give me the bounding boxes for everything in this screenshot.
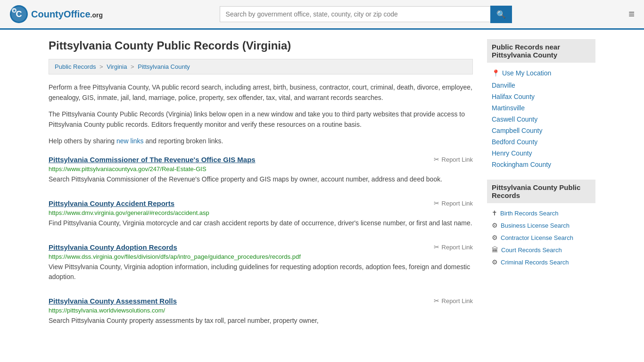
content-area: Pittsylvania County Public Records (Virg…	[49, 39, 473, 341]
description-2: The Pittsylvania County Public Records (…	[49, 109, 473, 130]
breadcrumb: Public Records > Virginia > Pittsylvania…	[49, 59, 473, 74]
logo-icon: C ★	[9, 5, 28, 24]
sidebar-record-birth[interactable]: ✝ Birth Records Search	[487, 207, 595, 219]
use-my-location-link[interactable]: Use My Location	[502, 69, 551, 77]
breadcrumb-county[interactable]: Pittsylvania County	[138, 63, 190, 70]
sidebar-record-court[interactable]: 🏛 Court Records Search	[487, 244, 595, 256]
breadcrumb-public-records[interactable]: Public Records	[55, 63, 96, 70]
record-url-3[interactable]: https://pittsylvania.worldviewsolutions.…	[49, 307, 473, 314]
record-desc-3: Search Pittsylvania County property asse…	[49, 316, 473, 326]
business-license-icon: ⚙	[492, 222, 498, 229]
sidebar-item-martinsville[interactable]: Martinsville	[487, 102, 595, 114]
sidebar-item-bedford[interactable]: Bedford County	[487, 136, 595, 148]
record-entry-1: Pittsylvania County Accident Reports ✂ R…	[49, 199, 473, 232]
svg-text:C: C	[16, 9, 22, 19]
sidebar-item-rockingham[interactable]: Rockingham County	[487, 159, 595, 170]
record-title-2[interactable]: Pittsylvania County Adoption Records	[49, 243, 177, 251]
record-entry-2: Pittsylvania County Adoption Records ✂ R…	[49, 243, 473, 286]
record-title-1[interactable]: Pittsylvania County Accident Reports	[49, 199, 174, 207]
sidebar-item-danville[interactable]: Danville	[487, 80, 595, 91]
breadcrumb-virginia[interactable]: Virginia	[107, 63, 127, 70]
new-links-link[interactable]: new links	[116, 137, 144, 145]
sidebar-record-contractor[interactable]: ⚙ Contractor License Search	[487, 231, 595, 244]
description-1: Perform a free Pittsylvania County, VA p…	[49, 82, 473, 103]
search-area: 🔍	[220, 6, 512, 23]
report-icon-1: ✂	[434, 199, 439, 207]
record-entry-0: Pittsylvania Commissioner of The Revenue…	[49, 156, 473, 188]
menu-icon[interactable]: ≡	[628, 8, 635, 20]
report-link-2[interactable]: ✂ Report Link	[434, 243, 473, 251]
sidebar-item-campbell[interactable]: Campbell County	[487, 125, 595, 136]
record-desc-2: View Pittsylvania County, Virginia adopt…	[49, 262, 473, 282]
report-icon-0: ✂	[434, 156, 439, 163]
sidebar-item-henry[interactable]: Henry County	[487, 148, 595, 159]
record-url-1[interactable]: https://www.dmv.virginia.gov/general/#re…	[49, 209, 473, 216]
report-link-0[interactable]: ✂ Report Link	[434, 156, 473, 163]
record-title-0[interactable]: Pittsylvania Commissioner of The Revenue…	[49, 156, 256, 164]
sidebar-record-business[interactable]: ⚙ Business License Search	[487, 219, 595, 231]
sidebar: Public Records near Pittsylvania County …	[487, 39, 595, 341]
help-text: Help others by sharing new links and rep…	[49, 136, 473, 146]
search-input[interactable]	[220, 6, 490, 22]
location-pin-icon: 📍	[492, 69, 500, 77]
report-link-1[interactable]: ✂ Report Link	[434, 199, 473, 207]
record-entry-3: Pittsylvania County Assessment Rolls ✂ R…	[49, 297, 473, 329]
contractor-license-icon: ⚙	[492, 234, 498, 241]
court-records-icon: 🏛	[492, 246, 498, 254]
use-location[interactable]: 📍 Use My Location	[487, 66, 595, 80]
public-records-section: Pittsylvania County Public Records ✝ Bir…	[487, 180, 595, 268]
criminal-records-icon: ⚙	[492, 258, 498, 266]
main-container: Pittsylvania County Public Records (Virg…	[39, 30, 605, 350]
record-title-3[interactable]: Pittsylvania County Assessment Rolls	[49, 297, 177, 305]
logo[interactable]: C ★ CountyOffice.org	[9, 5, 103, 24]
sidebar-record-criminal[interactable]: ⚙ Criminal Records Search	[487, 256, 595, 268]
logo-text: CountyOffice.org	[31, 9, 103, 20]
report-link-3[interactable]: ✂ Report Link	[434, 297, 473, 304]
business-license-link[interactable]: Business License Search	[501, 222, 570, 229]
nearby-heading: Public Records near Pittsylvania County	[487, 39, 595, 63]
court-records-link[interactable]: Court Records Search	[501, 247, 562, 254]
report-icon-2: ✂	[434, 243, 439, 251]
record-desc-1: Find Pittsylvania County, Virginia motor…	[49, 218, 473, 228]
birth-records-icon: ✝	[492, 209, 497, 217]
svg-text:★: ★	[13, 9, 16, 12]
criminal-records-link[interactable]: Criminal Records Search	[501, 259, 569, 266]
contractor-license-link[interactable]: Contractor License Search	[501, 234, 573, 241]
sidebar-item-caswell[interactable]: Caswell County	[487, 114, 595, 125]
sidebar-item-halifax[interactable]: Halifax County	[487, 91, 595, 102]
record-url-2[interactable]: https://www.dss.virginia.gov/files/divis…	[49, 253, 473, 260]
record-desc-0: Search Pittsylvania Commissioner of the …	[49, 174, 473, 184]
record-url-0[interactable]: https://www.pittsylvaniacountyva.gov/247…	[49, 165, 473, 173]
search-button[interactable]: 🔍	[490, 6, 512, 23]
nearby-section: Public Records near Pittsylvania County …	[487, 39, 595, 170]
birth-records-link[interactable]: Birth Records Search	[500, 210, 559, 217]
public-records-heading: Pittsylvania County Public Records	[487, 180, 595, 203]
page-title: Pittsylvania County Public Records (Virg…	[49, 39, 473, 52]
report-icon-3: ✂	[434, 297, 439, 304]
site-header: C ★ CountyOffice.org 🔍 ≡	[0, 0, 644, 30]
